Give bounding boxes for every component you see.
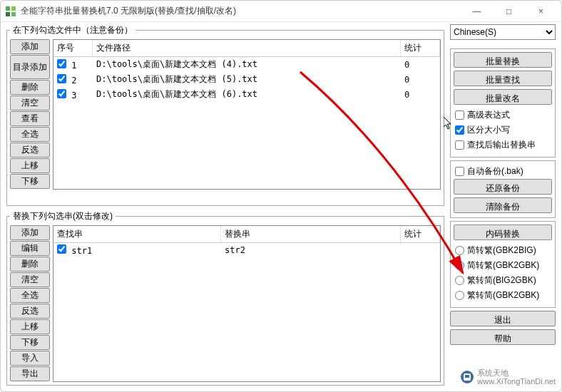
r1-radio[interactable] [455,246,464,255]
minimize-button[interactable]: — [461,1,493,22]
r2-radio[interactable] [455,261,464,270]
right-panel: Chinese(S) 批量替换 批量查找 批量改名 高级表达式 区分大小写 查找… [450,24,556,386]
replace-row[interactable]: str1str2 [53,243,440,257]
replace-row-count [401,249,440,251]
files-list[interactable]: 序号 文件路径 统计 1D:\tools\桌面\新建文本文档 (4).txt0 … [53,39,441,190]
exit-button[interactable]: 退出 [450,311,556,326]
close-button[interactable]: × [525,1,557,22]
col-count[interactable]: 统计 [401,40,440,56]
replace-btn-0[interactable]: 添加 [10,225,50,240]
file-row-checkbox[interactable] [57,59,66,68]
col-search[interactable]: 查找串 [53,226,221,242]
r4-row[interactable]: 繁转简(GBK2GBK) [454,288,552,303]
file-row-checkbox[interactable] [57,74,66,83]
file-row-count: 0 [401,74,440,86]
window-controls: — □ × [461,1,557,22]
col-path[interactable]: 文件路径 [93,40,401,56]
window-title: 全能字符串批量替换机7.0 无限制版(替换/查找/抽取/改名) [21,5,461,17]
file-row[interactable]: 1D:\tools\桌面\新建文本文档 (4).txt0 [53,57,440,72]
r1-row[interactable]: 简转繁(GBK2BIG) [454,243,552,258]
replace-btn-2[interactable]: 删除 [10,257,50,272]
replace-btn-5[interactable]: 反选 [10,304,50,319]
col-replace[interactable]: 替换串 [221,226,401,242]
file-btn-4[interactable]: 查看 [10,111,50,126]
content: 在下列勾选文件中（注意备份） 添加目录添加删除清空查看全选反选上移下移 序号 文… [1,22,561,391]
file-buttons: 添加目录添加删除清空查看全选反选上移下移 [10,39,50,190]
app-icon [5,6,16,17]
auto-backup-row[interactable]: 自动备份(.bak) [454,164,552,179]
adv-expr-checkbox[interactable] [455,110,464,120]
r2-row[interactable]: 简转繁(GBK2GBK) [454,258,552,273]
output-row[interactable]: 查找后输出替换串 [454,138,552,153]
replace-buttons: 添加编辑删除清空全选反选上移下移导入导出 [10,225,50,382]
titlebar: 全能字符串批量替换机7.0 无限制版(替换/查找/抽取/改名) — □ × [1,1,561,22]
file-row-checkbox[interactable] [57,89,66,98]
file-btn-1[interactable]: 目录添加 [10,55,50,79]
output-checkbox[interactable] [455,140,464,150]
files-legend: 在下列勾选文件中（注意备份） [10,24,136,36]
batch-rename-button[interactable]: 批量改名 [454,89,552,105]
clear-backup-button[interactable]: 清除备份 [454,197,552,213]
file-row-path: D:\tools\桌面\新建文本文档 (6).txt [93,88,401,101]
r3-row[interactable]: 繁转简(BIG2GBK) [454,273,552,288]
r3-radio[interactable] [455,276,464,285]
file-row-path: D:\tools\桌面\新建文本文档 (4).txt [93,58,401,71]
replace-btn-7[interactable]: 下移 [10,335,50,350]
replace-list[interactable]: 查找串 替换串 统计 str1str2 [53,225,441,382]
replace-row-to: str2 [221,244,401,256]
file-btn-7[interactable]: 上移 [10,158,50,173]
case-checkbox[interactable] [455,125,464,135]
help-button[interactable]: 帮助 [450,329,556,345]
file-row[interactable]: 3D:\tools\桌面\新建文本文档 (6).txt0 [53,87,440,102]
replace-btn-4[interactable]: 全选 [10,288,50,303]
file-row-path: D:\tools\桌面\新建文本文档 (5).txt [93,73,401,86]
batch-group: 批量替换 批量查找 批量改名 高级表达式 区分大小写 查找后输出替换串 [450,48,556,158]
r4-radio[interactable] [455,291,464,300]
batch-find-button[interactable]: 批量查找 [454,71,552,86]
replace-legend: 替换下列勾选串(双击修改) [10,210,116,222]
file-row[interactable]: 2D:\tools\桌面\新建文本文档 (5).txt0 [53,72,440,87]
restore-backup-button[interactable]: 还原备份 [454,179,552,195]
files-panel: 在下列勾选文件中（注意备份） 添加目录添加删除清空查看全选反选上移下移 序号 文… [6,24,444,206]
file-btn-2[interactable]: 删除 [10,80,50,95]
replace-btn-9[interactable]: 导出 [10,366,50,381]
col-count2[interactable]: 统计 [401,226,440,242]
file-btn-5[interactable]: 全选 [10,127,50,142]
replace-btn-8[interactable]: 导入 [10,351,50,366]
adv-expr-row[interactable]: 高级表达式 [454,108,552,123]
encode-group: 内码替换 简转繁(GBK2BIG) 简转繁(GBK2GBK) 繁转简(BIG2G… [450,221,556,308]
file-row-count: 0 [401,89,440,100]
file-btn-8[interactable]: 下移 [10,174,50,189]
backup-group: 自动备份(.bak) 还原备份 清除备份 [450,160,556,218]
files-header: 序号 文件路径 统计 [53,40,440,57]
replace-row-checkbox[interactable] [57,244,66,254]
file-btn-3[interactable]: 清空 [10,96,50,110]
app-window: 全能字符串批量替换机7.0 无限制版(替换/查找/抽取/改名) — □ × 在下… [0,0,562,392]
files-body: 1D:\tools\桌面\新建文本文档 (4).txt0 2D:\tools\桌… [53,57,440,189]
replace-panel: 替换下列勾选串(双击修改) 添加编辑删除清空全选反选上移下移导入导出 查找串 替… [6,210,444,386]
replace-header: 查找串 替换串 统计 [53,226,440,243]
case-row[interactable]: 区分大小写 [454,123,552,138]
svg-rect-2 [6,12,10,16]
col-seq[interactable]: 序号 [53,40,93,56]
svg-rect-1 [11,6,16,11]
replace-btn-1[interactable]: 编辑 [10,241,50,256]
svg-rect-0 [6,6,10,11]
maximize-button[interactable]: □ [493,1,525,22]
encoding-select[interactable]: Chinese(S) [450,24,556,40]
file-btn-6[interactable]: 反选 [10,143,50,158]
replace-btn-3[interactable]: 清空 [10,272,50,287]
replace-btn-6[interactable]: 上移 [10,319,50,334]
replace-body: str1str2 [53,243,440,381]
encode-replace-button[interactable]: 内码替换 [454,225,552,240]
svg-rect-3 [11,12,16,16]
auto-backup-checkbox[interactable] [455,167,464,176]
file-btn-0[interactable]: 添加 [10,39,50,54]
batch-replace-button[interactable]: 批量替换 [454,52,552,68]
file-row-count: 0 [401,59,440,71]
